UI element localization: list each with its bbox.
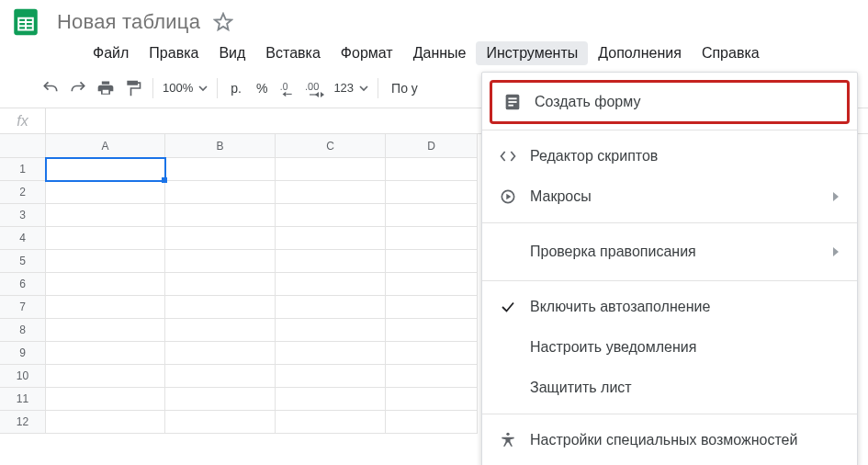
cell[interactable] — [386, 227, 478, 250]
cell[interactable] — [46, 181, 165, 204]
cell[interactable] — [165, 204, 276, 227]
cell[interactable] — [276, 388, 386, 411]
cell[interactable] — [165, 342, 276, 365]
cell[interactable] — [276, 296, 386, 319]
decrease-decimal-button[interactable]: .0 — [275, 74, 302, 102]
menu-item-spellcheck[interactable]: Проверка правописания — [482, 229, 857, 275]
cell[interactable] — [386, 158, 478, 181]
menu-edit[interactable]: Правка — [139, 41, 209, 65]
cell[interactable] — [46, 204, 165, 227]
menu-item-label: Включить автозаполнение — [521, 299, 840, 315]
undo-button[interactable] — [37, 74, 64, 102]
row-header[interactable]: 8 — [0, 319, 46, 342]
menu-item-notifications[interactable]: Настроить уведомления — [482, 327, 857, 368]
cell[interactable] — [276, 250, 386, 273]
cell[interactable] — [46, 296, 165, 319]
cell[interactable] — [276, 365, 386, 388]
cell[interactable] — [386, 411, 478, 434]
cell[interactable] — [386, 319, 478, 342]
cell[interactable] — [276, 227, 386, 250]
cell[interactable] — [46, 227, 165, 250]
menu-insert[interactable]: Вставка — [255, 41, 330, 65]
cell[interactable] — [386, 296, 478, 319]
cell[interactable] — [165, 411, 276, 434]
cell[interactable] — [46, 250, 165, 273]
cell[interactable] — [386, 181, 478, 204]
menu-item-macros[interactable]: Макросы — [482, 176, 857, 217]
menu-item-protect-sheet[interactable]: Защитить лист — [482, 368, 857, 408]
cell[interactable] — [276, 181, 386, 204]
cell[interactable] — [165, 227, 276, 250]
cell[interactable] — [276, 158, 386, 181]
fx-icon: fx — [0, 108, 46, 133]
increase-decimal-button[interactable]: .00 — [302, 74, 330, 102]
cell[interactable] — [276, 204, 386, 227]
menu-item-autocomplete[interactable]: Включить автозаполнение — [482, 287, 857, 327]
cell[interactable] — [386, 365, 478, 388]
star-icon[interactable] — [213, 12, 233, 32]
menu-bar: Файл Правка Вид Вставка Формат Данные Ин… — [0, 39, 868, 68]
cell[interactable] — [165, 388, 276, 411]
caret-down-icon — [198, 84, 208, 93]
cell[interactable] — [386, 342, 478, 365]
menu-help[interactable]: Справка — [692, 41, 770, 65]
cell[interactable] — [165, 365, 276, 388]
cell[interactable] — [165, 296, 276, 319]
row-header[interactable]: 3 — [0, 204, 46, 227]
cell[interactable] — [46, 388, 165, 411]
menu-view[interactable]: Вид — [209, 41, 255, 65]
select-all-corner[interactable] — [0, 134, 46, 158]
cell[interactable] — [276, 411, 386, 434]
percent-format-button[interactable]: % — [249, 81, 275, 96]
font-select[interactable]: По у — [384, 81, 425, 96]
cell[interactable] — [165, 181, 276, 204]
zoom-select[interactable]: 100% — [159, 81, 211, 95]
cell[interactable] — [46, 158, 165, 181]
row-header[interactable]: 10 — [0, 365, 46, 388]
menu-item-create-form[interactable]: Создать форму — [490, 80, 850, 124]
cell[interactable] — [276, 319, 386, 342]
cell[interactable] — [46, 342, 165, 365]
row-header[interactable]: 11 — [0, 388, 46, 411]
cell[interactable] — [276, 342, 386, 365]
column-header[interactable]: D — [386, 134, 478, 158]
document-title[interactable]: Новая таблица — [57, 10, 200, 34]
row-header[interactable]: 7 — [0, 296, 46, 319]
menu-format[interactable]: Формат — [331, 41, 403, 65]
redo-button[interactable] — [64, 74, 92, 102]
menu-data[interactable]: Данные — [403, 41, 477, 65]
menu-item-accessibility[interactable]: Настройки специальных возможностей — [482, 420, 857, 460]
cell[interactable] — [165, 319, 276, 342]
menu-tools[interactable]: Инструменты — [476, 41, 588, 65]
cell[interactable] — [165, 273, 276, 296]
column-header[interactable]: B — [165, 134, 276, 158]
row-header[interactable]: 5 — [0, 250, 46, 273]
row-header[interactable]: 12 — [0, 411, 46, 434]
row-header[interactable]: 4 — [0, 227, 46, 250]
sheets-logo[interactable] — [7, 4, 44, 40]
menu-item-script-editor[interactable]: Редактор скриптов — [482, 136, 857, 176]
cell[interactable] — [46, 365, 165, 388]
menu-addons[interactable]: Дополнения — [588, 41, 692, 65]
cell[interactable] — [276, 273, 386, 296]
column-header[interactable]: A — [46, 134, 165, 158]
cell[interactable] — [386, 388, 478, 411]
row-header[interactable]: 6 — [0, 273, 46, 296]
cell[interactable] — [386, 250, 478, 273]
column-header[interactable]: C — [276, 134, 386, 158]
currency-format-button[interactable]: р. — [223, 81, 249, 96]
print-button[interactable] — [92, 74, 119, 102]
paint-format-button[interactable] — [119, 74, 147, 102]
row-header[interactable]: 1 — [0, 158, 46, 181]
cell[interactable] — [165, 250, 276, 273]
cell[interactable] — [386, 273, 478, 296]
row-header[interactable]: 9 — [0, 342, 46, 365]
menu-file[interactable]: Файл — [83, 41, 139, 65]
cell[interactable] — [46, 273, 165, 296]
number-format-select[interactable]: 123 — [330, 81, 372, 95]
row-header[interactable]: 2 — [0, 181, 46, 204]
cell[interactable] — [165, 158, 276, 181]
cell[interactable] — [386, 204, 478, 227]
cell[interactable] — [46, 319, 165, 342]
cell[interactable] — [46, 411, 165, 434]
